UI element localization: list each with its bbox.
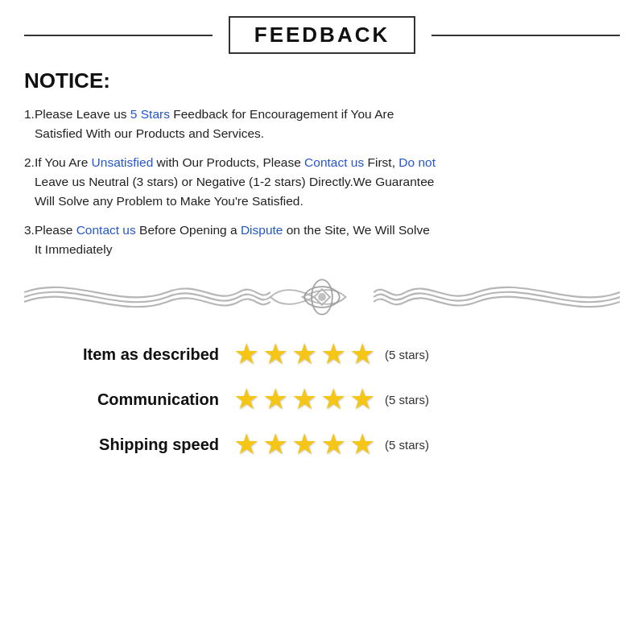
notice-2-donot: Do not [398,155,436,169]
rating-row-shipping: Shipping speed ★ ★ ★ ★ ★ (5 stars) [24,430,620,459]
ornament-svg [24,271,620,324]
star-4: ★ [320,340,346,369]
svg-point-2 [318,293,326,301]
stars-shipping: ★ ★ ★ ★ ★ (5 stars) [233,430,429,459]
star-4: ★ [320,430,346,459]
star-2: ★ [262,430,288,459]
rating-row-item-described: Item as described ★ ★ ★ ★ ★ (5 stars) [24,340,620,369]
stars-count-communication: (5 stars) [385,393,429,407]
notice-2-text4: Leave us Neutral (3 stars) or Negative (… [24,175,434,188]
star-3: ★ [291,430,317,459]
notice-2-unsatisfied: Unsatisfied [92,155,154,169]
notice-2-text3: First, [364,155,398,169]
feedback-title-box: FEEDBACK [229,16,415,54]
star-3: ★ [291,385,317,414]
notice-1-5stars: 5 Stars [130,107,173,121]
rating-label-shipping: Shipping speed [24,436,233,454]
stars-count-item-described: (5 stars) [385,348,429,361]
star-2: ★ [262,385,288,414]
notice-3-contact: Contact us [76,223,136,237]
star-1: ★ [233,340,259,369]
star-4: ★ [320,385,346,414]
notice-2-text5: Will Solve any Problem to Make You're Sa… [24,194,303,208]
feedback-title: FEEDBACK [254,23,390,47]
rating-label-communication: Communication [24,390,233,409]
rating-row-communication: Communication ★ ★ ★ ★ ★ (5 stars) [24,385,620,414]
stars-count-shipping: (5 stars) [385,438,429,452]
notice-3-text1: 3.Please [24,223,76,237]
notice-item-2: 2.If You Are Unsatisfied with Our Produc… [24,153,620,211]
star-1: ★ [233,385,259,414]
notice-list: 1.Please Leave us 5 Stars Feedback for E… [24,105,620,259]
star-5: ★ [349,385,375,414]
notice-3-text2: Before Opening a [136,223,241,237]
star-1: ★ [233,430,259,459]
star-5: ★ [349,430,375,459]
rating-label-item-described: Item as described [24,345,233,364]
stars-item-described: ★ ★ ★ ★ ★ (5 stars) [233,340,429,369]
notice-2-text2: with Our Products, Please [153,155,304,169]
notice-2-contact: Contact us [304,155,364,169]
notice-2-text1: 2.If You Are [24,155,92,169]
notice-item-3: 3.Please Contact us Before Opening a Dis… [24,221,620,259]
star-3: ★ [291,340,317,369]
ornament-divider [24,269,620,325]
star-2: ★ [262,340,288,369]
notice-1-text1: 1.Please Leave us [24,107,130,121]
stars-communication: ★ ★ ★ ★ ★ (5 stars) [233,385,429,414]
page-container: FEEDBACK NOTICE: 1.Please Leave us 5 Sta… [0,0,644,644]
star-5: ★ [349,340,375,369]
rating-section: Item as described ★ ★ ★ ★ ★ (5 stars) Co… [24,340,620,459]
notice-item-1: 1.Please Leave us 5 Stars Feedback for E… [24,105,620,143]
feedback-header: FEEDBACK [24,16,620,54]
notice-title: NOTICE: [24,68,620,93]
notice-3-dispute: Dispute [241,223,283,237]
